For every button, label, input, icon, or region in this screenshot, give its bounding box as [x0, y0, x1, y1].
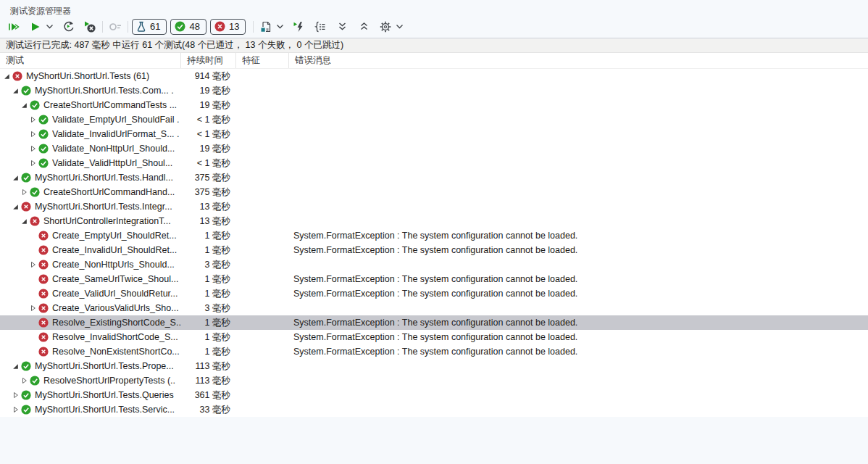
cancel-run-button[interactable] [81, 18, 99, 36]
test-status-icon [38, 318, 49, 328]
group-by-button[interactable] [312, 18, 329, 36]
test-cell: Resolve_InvalidShortCode_S... [0, 330, 181, 344]
failed-icon [38, 231, 49, 241]
expander-toggle[interactable] [3, 73, 11, 80]
chevron-down-icon [276, 23, 284, 30]
column-header-traits[interactable]: 特征 [236, 53, 289, 68]
tree-row[interactable]: Resolve_NonExistentShortCo... 1 毫秒 Syste… [0, 344, 868, 359]
test-cell: Resolve_NonExistentShortCo... [0, 344, 181, 359]
test-cell: Validate_NonHttpUrl_Should... [0, 141, 181, 156]
run-profile-button[interactable] [290, 18, 307, 36]
tree-row[interactable]: Resolve_ExistingShortCode_S... 1 毫秒 Syst… [0, 315, 868, 330]
gear-icon [380, 21, 391, 33]
settings-dropdown-button[interactable] [394, 18, 405, 36]
tree-row[interactable]: ResolveShortUrlPropertyTests (.. 113 毫秒 [0, 373, 868, 388]
chevron-expanded-icon [12, 175, 19, 181]
test-name-label: Validate_InvalidUrlFormat_S... . [52, 129, 180, 139]
expander-toggle[interactable] [12, 392, 20, 399]
filter-failed-button[interactable]: 13 [210, 19, 246, 35]
tree-row[interactable]: Create_NonHttpUrls_Should... 3 毫秒 [0, 257, 868, 272]
test-cell: MyShortUri.ShortUrl.Tests.Prope... [0, 359, 181, 373]
error-message-cell: System.FormatException : The system conf… [289, 318, 868, 328]
expander-toggle[interactable] [20, 218, 28, 225]
tree-row[interactable]: Create_VariousValidUrls_Sho... 3 毫秒 [0, 301, 868, 315]
run-dropdown-button[interactable] [44, 18, 55, 36]
tree-row[interactable]: MyShortUri.ShortUrl.Tests.Com... . 19 毫秒 [0, 83, 868, 98]
test-explorer-toolbar: 61 48 13 [0, 15, 868, 38]
tree-row[interactable]: Validate_InvalidUrlFormat_S... . < 1 毫秒 [0, 127, 868, 141]
test-name-label: MyShortUri.ShortUrl.Tests (61) [26, 71, 149, 81]
test-cell: Create_NonHttpUrls_Should... [0, 257, 181, 272]
expander-toggle[interactable] [20, 188, 28, 196]
expander-toggle[interactable] [29, 160, 37, 167]
tree-row[interactable]: Create_InvalidUrl_ShouldRet... 1 毫秒 Syst… [0, 243, 868, 257]
passed-icon [38, 115, 49, 125]
tree-row[interactable]: Create_EmptyUrl_ShouldRet... 1 毫秒 System… [0, 228, 868, 243]
column-header-error[interactable]: 错误消息 [289, 53, 868, 68]
test-status-icon [38, 274, 49, 284]
test-tree: MyShortUri.ShortUrl.Tests (61) 914 毫秒 [0, 69, 868, 417]
expander-toggle[interactable] [20, 102, 28, 109]
tree-row[interactable]: ShortUrlControllerIntegrationT... 13 毫秒 [0, 214, 868, 228]
expander-toggle[interactable] [29, 145, 37, 152]
test-name-label: Resolve_ExistingShortCode_S... [52, 318, 181, 328]
test-status-icon [30, 216, 40, 226]
expander-toggle[interactable] [12, 363, 20, 370]
filter-not-run-button[interactable] [107, 18, 124, 36]
test-cell: MyShortUri.ShortUrl.Tests.Servic... [0, 402, 181, 417]
expander-toggle[interactable] [12, 175, 20, 181]
expander-toggle[interactable] [29, 304, 37, 312]
tree-row[interactable]: MyShortUri.ShortUrl.Tests.Handl... 375 毫… [0, 170, 868, 185]
passed-icon [21, 86, 31, 96]
failed-icon [38, 260, 49, 270]
collapse-all-button[interactable] [355, 18, 372, 36]
run-all-tests-button[interactable] [5, 18, 22, 36]
filter-total-button[interactable]: 61 [132, 19, 167, 35]
tool-window-titlebar: 测试资源管理器 [0, 0, 868, 15]
expander-toggle[interactable] [29, 261, 37, 268]
tree-row[interactable]: Validate_NonHttpUrl_Should... 19 毫秒 [0, 141, 868, 156]
test-cell: ResolveShortUrlPropertyTests (.. [0, 373, 181, 388]
test-name-label: MyShortUri.ShortUrl.Tests.Servic... [35, 405, 175, 415]
playlist-button[interactable] [257, 18, 275, 36]
tree-row[interactable]: Validate_EmptyUrl_ShouldFail . < 1 毫秒 [0, 112, 868, 127]
tree-row[interactable]: Validate_ValidHttpUrl_Shoul... < 1 毫秒 [0, 156, 868, 170]
tree-row[interactable]: Create_ValidUrl_ShouldRetur... 1 毫秒 Syst… [0, 286, 868, 301]
error-message-cell: System.FormatException : The system conf… [289, 245, 868, 255]
expander-toggle[interactable] [29, 116, 37, 123]
column-header-test[interactable]: 测试 [0, 53, 181, 68]
failed-icon [30, 216, 40, 226]
run-button[interactable] [27, 18, 44, 36]
tree-row[interactable]: MyShortUri.ShortUrl.Tests.Servic... 33 毫… [0, 402, 868, 417]
play-all-icon [8, 21, 20, 33]
expander-toggle[interactable] [29, 130, 37, 138]
tree-row[interactable]: Resolve_InvalidShortCode_S... 1 毫秒 Syste… [0, 330, 868, 344]
test-cell: Create_VariousValidUrls_Sho... [0, 301, 181, 315]
tree-row[interactable]: MyShortUri.ShortUrl.Tests.Queries 361 毫秒 [0, 388, 868, 402]
tree-row[interactable]: MyShortUri.ShortUrl.Tests (61) 914 毫秒 [0, 69, 868, 83]
expander-toggle[interactable] [20, 377, 28, 384]
expander-toggle[interactable] [12, 406, 20, 413]
expander-toggle[interactable] [12, 204, 20, 210]
chevron-expanded-icon [4, 73, 10, 80]
chevron-right-icon [30, 116, 36, 123]
tree-row[interactable]: MyShortUri.ShortUrl.Tests.Prope... 113 毫… [0, 359, 868, 373]
expander-toggle[interactable] [12, 88, 20, 94]
repeat-last-run-button[interactable] [59, 18, 77, 36]
duration-cell: < 1 毫秒 [181, 114, 236, 126]
expand-all-button[interactable] [333, 18, 351, 36]
test-status-icon [38, 303, 49, 313]
playlist-dropdown-button[interactable] [275, 18, 285, 36]
tree-row[interactable]: MyShortUri.ShortUrl.Tests.Integr... 13 毫… [0, 199, 868, 214]
tree-row[interactable]: CreateShortUrlCommandTests ... 19 毫秒 [0, 98, 868, 112]
test-status-icon [38, 231, 49, 241]
filter-passed-button[interactable]: 48 [170, 19, 206, 35]
chevron-right-icon [22, 377, 28, 384]
settings-button[interactable] [377, 18, 394, 36]
tree-row[interactable]: CreateShortUrlCommandHand... 375 毫秒 [0, 185, 868, 199]
test-status-icon [38, 332, 49, 342]
passed-icon [175, 21, 185, 32]
column-header-duration[interactable]: 持续时间 [181, 53, 236, 68]
tree-row[interactable]: Create_SameUrlTwice_Shoul... 1 毫秒 System… [0, 272, 868, 286]
page-title: 测试资源管理器 [10, 6, 71, 16]
